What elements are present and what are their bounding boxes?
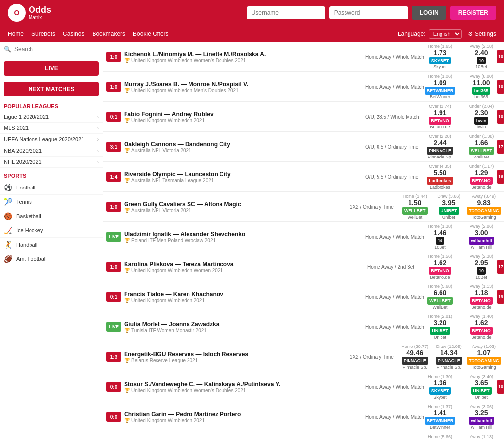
match-row[interactable]: 3:1 Oakleigh Cannons — Dandenong City 🏆 … — [103, 132, 504, 162]
score-badge: 1:4 — [106, 172, 121, 182]
score-badge: 0:1 — [106, 112, 121, 122]
search-input[interactable] — [14, 46, 99, 53]
match-subtitle: 🏆 Australia NPL Victoria 2021 — [124, 148, 361, 153]
match-title: Giulia Morlet — Joanna Zawadzka — [124, 321, 361, 328]
sport-tennis[interactable]: 🎾 Tennis — [0, 195, 103, 209]
match-type: O/U, 5.5 / Ordinary Time — [361, 174, 420, 180]
chevron-right-icon: › — [97, 137, 99, 142]
username-input[interactable] — [247, 6, 325, 19]
match-title: Riverside Olympic — Launceston City — [124, 171, 361, 178]
settings-button[interactable]: ⚙ Settings — [468, 31, 496, 37]
score-badge: 3:1 — [106, 142, 121, 152]
score-badge: LIVE — [106, 232, 121, 242]
header-inputs: LOGIN REGISTER — [247, 6, 496, 20]
sport-basketball[interactable]: 🏀 Basketball — [0, 209, 103, 223]
nav-links: Home Surebets Casinos Bookmakers Bookie … — [8, 31, 169, 37]
sport-handball[interactable]: 🤾 Handball — [0, 238, 103, 252]
match-title: Christian Garin — Pedro Martinez Portero — [124, 411, 361, 418]
match-title: Murray J./Soares B. — Monroe N./Pospisil… — [124, 81, 361, 88]
match-info: Uladzimir Ignatik — Alexander Shevchenko… — [124, 231, 361, 243]
league-item-nba[interactable]: NBA 2020/2021 › — [0, 145, 103, 157]
match-info: Karolina Pliskova — Tereza Martincova 🏆 … — [124, 261, 361, 273]
football-icon: ⚽ — [4, 184, 12, 191]
match-row[interactable]: 0:1 Francis Tiafoe — Karen Khachanov 🏆 U… — [103, 282, 504, 312]
match-subtitle: 🏆 United Kingdom Wimbledon 2021 — [124, 418, 361, 423]
match-title: Energetik-BGU Reserves — Isloch Reserves — [124, 351, 345, 358]
score-badge: 1:0 — [106, 52, 121, 62]
match-row[interactable]: 0:0 Stosur S./Vandeweghe C. — Kalinskaya… — [103, 372, 504, 402]
match-row[interactable]: 1:0 Green Gully Cavaliers SC — Altona Ma… — [103, 192, 504, 222]
register-button[interactable]: REGISTER — [450, 6, 496, 20]
nav-casinos[interactable]: Casinos — [63, 31, 84, 37]
match-title: Uladzimir Ignatik — Alexander Shevchenko — [124, 231, 361, 238]
league-item-uefa[interactable]: UEFA Nations League 2020/2021 › — [0, 134, 103, 145]
sport-amfootball[interactable]: 🏈 Am. Football — [0, 252, 103, 266]
league-item-ligue1[interactable]: Ligue 1 2020/2021 › — [0, 111, 103, 123]
match-row[interactable]: LIVE Uladzimir Ignatik — Alexander Shevc… — [103, 222, 504, 252]
matches-content: 1:0 Kichenok L./Ninomiya M. — Linette M.… — [103, 42, 504, 441]
match-subtitle: 🏆 United Kingdom Wimbledon Women 2021 — [124, 268, 361, 273]
score-badge: 1:0 — [106, 82, 121, 92]
match-type: Home Away / 2nd Set — [361, 264, 420, 270]
basketball-icon: 🏀 — [4, 212, 12, 220]
match-type: 1X2 / Ordinary Time — [345, 354, 399, 360]
match-row[interactable]: LIVE Giulia Morlet — Joanna Zawadzka 🏆 T… — [103, 312, 504, 342]
league-item-mls[interactable]: MLS 2021 › — [0, 123, 103, 134]
sport-icehockey[interactable]: 🏒 Ice Hockey — [0, 223, 103, 238]
match-title: Oakleigh Cannons — Dandenong City — [124, 141, 361, 148]
language-select[interactable]: English — [429, 29, 462, 39]
live-button[interactable]: LIVE — [4, 61, 99, 76]
match-subtitle: 🏆 United Kingdom Wimbledon 2021 — [124, 298, 361, 303]
match-info: Oakleigh Cannons — Dandenong City 🏆 Aust… — [124, 141, 361, 153]
popular-leagues-list: Ligue 1 2020/2021 › MLS 2021 › UEFA Nati… — [0, 111, 103, 168]
match-row[interactable]: 0:0 Christian Garin — Pedro Martinez Por… — [103, 402, 504, 432]
match-row[interactable]: 1:0 Murray J./Soares B. — Monroe N./Posp… — [103, 72, 504, 102]
nav-home[interactable]: Home — [8, 31, 24, 37]
match-row[interactable]: 1:3 Energetik-BGU Reserves — Isloch Rese… — [103, 342, 504, 372]
chevron-right-icon: › — [97, 159, 99, 165]
match-title: Francis Tiafoe — Karen Khachanov — [124, 291, 361, 298]
chevron-right-icon: › — [97, 148, 99, 154]
matches-list: 1:0 Kichenok L./Ninomiya M. — Linette M.… — [103, 42, 504, 441]
match-type: O/U, 28.5 / Whole Match — [361, 114, 420, 120]
match-type: Home Away / Whole Match — [361, 234, 420, 240]
match-info: Kichenok L./Ninomiya M. — Linette M./Ros… — [124, 51, 361, 63]
nav: Home Surebets Casinos Bookmakers Bookie … — [0, 26, 504, 42]
search-box: 🔍 — [0, 42, 103, 57]
match-info: Stosur S./Vandeweghe C. — Kalinskaya A./… — [124, 381, 361, 393]
match-subtitle: 🏆 United Kingdom Wimbledon 2021 — [124, 118, 361, 123]
match-subtitle: 🏆 United Kingdom Wimbledon Men's Doubles… — [124, 88, 361, 93]
nav-surebets[interactable]: Surebets — [32, 31, 55, 37]
sports-title: SPORTS — [0, 168, 103, 181]
logo: O Odds Matrix — [8, 4, 51, 22]
match-row[interactable]: 0:1 Melichar N./Schuurs D. — Mitu C-A./N… — [103, 432, 504, 441]
match-type: Home Away / Whole Match — [361, 294, 420, 300]
sidebar: 🔍 LIVE NEXT MATCHES POPULAR LEAGUES Ligu… — [0, 42, 103, 441]
chevron-right-icon: › — [97, 114, 99, 120]
match-row[interactable]: 1:0 Karolina Pliskova — Tereza Martincov… — [103, 252, 504, 282]
match-row[interactable]: 1:4 Riverside Olympic — Launceston City … — [103, 162, 504, 192]
match-subtitle: 🏆 Tunisia ITF Women Monastir 2021 — [124, 328, 361, 333]
match-row[interactable]: 0:1 Fabio Fognini — Andrey Rublev 🏆 Unit… — [103, 102, 504, 132]
chevron-right-icon: › — [97, 126, 99, 131]
password-input[interactable] — [329, 6, 408, 19]
score-badge: 1:0 — [106, 262, 121, 272]
sport-football[interactable]: ⚽ Football — [0, 181, 103, 195]
match-subtitle: 🏆 United Kingdom Wimbledon Women's Doubl… — [124, 388, 361, 393]
login-button[interactable]: LOGIN — [412, 6, 446, 20]
match-type: O/U, 6.5 / Ordinary Time — [361, 144, 420, 150]
match-row[interactable]: 1:0 Kichenok L./Ninomiya M. — Linette M.… — [103, 42, 504, 72]
nav-bookmakers[interactable]: Bookmakers — [92, 31, 125, 37]
match-info: Fabio Fognini — Andrey Rublev 🏆 United K… — [124, 111, 361, 123]
next-matches-button[interactable]: NEXT MATCHES — [4, 82, 99, 96]
match-type: Home Away / Whole Match — [361, 324, 420, 330]
match-subtitle: 🏆 Australia NPL Victoria 2021 — [124, 208, 345, 213]
tennis-icon: 🎾 — [4, 198, 12, 206]
match-title: Stosur S./Vandeweghe C. — Kalinskaya A./… — [124, 381, 361, 388]
match-info: Murray J./Soares B. — Monroe N./Pospisil… — [124, 81, 361, 93]
nav-bookie-offers[interactable]: Bookie Offers — [133, 31, 168, 37]
league-item-nhl[interactable]: NHL 2020/2021 › — [0, 157, 103, 168]
header: O Odds Matrix LOGIN REGISTER — [0, 0, 504, 26]
handball-icon: 🤾 — [4, 241, 12, 249]
settings-icon: ⚙ — [468, 31, 473, 37]
